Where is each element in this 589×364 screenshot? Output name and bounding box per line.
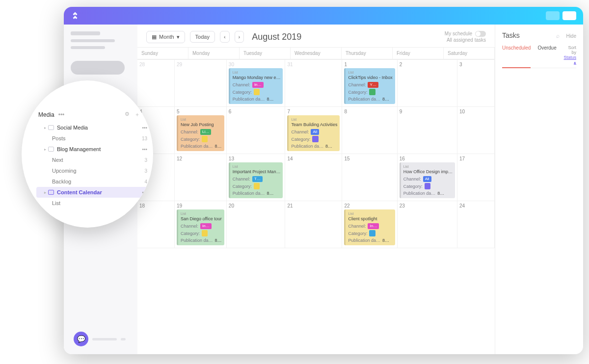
channel-chip: Y… [368,82,378,88]
item-count: 13 [142,136,147,141]
task-list-tag: List [233,164,281,169]
category-chip [254,183,260,189]
task-title: ClickTips video - Inbox [348,75,392,80]
calendar-task-card[interactable]: ListMango Monday new e…Channel:In…Catego… [229,68,283,104]
category-label: Category: [181,231,200,236]
tab-overdue[interactable]: Overdue [537,45,556,65]
day-number: 2 [400,62,455,67]
task-list-tag: List [181,211,222,216]
calendar-cell[interactable]: 22ListClient spotlightChannel:In…Categor… [342,201,397,248]
calendar-task-card[interactable]: ListImportant Project Man…Channel:T…Cate… [229,162,283,198]
plus-icon[interactable]: ＋ [134,111,140,118]
calendar-cell[interactable]: 21 [285,201,342,248]
calendar-task-card[interactable]: ListSan Diego office tourChannel:In…Cate… [177,209,224,245]
category-chip [202,136,208,142]
calendar-task-card[interactable]: ListNew Job PostingChannel:Li…Category: … [177,115,224,151]
calendar-cell[interactable]: 29 [175,60,227,107]
calendar-task-card[interactable]: ListClickTips video - InboxChannel:Y…Cat… [344,68,395,104]
calendar-cell[interactable]: 7ListTeam Building ActivitiesChannel:All… [285,107,342,154]
window-control[interactable] [546,11,560,20]
task-list-tag: List [348,70,392,75]
sidebar-folder[interactable]: ▸Blog Management••• [36,144,150,155]
calendar-cell[interactable]: 6 [227,107,286,154]
calendar-cell[interactable]: 19ListSan Diego office tourChannel:In…Ca… [175,201,227,248]
publication-label: Publication da… [181,237,213,243]
sidebar-folder[interactable]: ▸Social Media••• [36,122,150,133]
category-chip [369,230,375,236]
calendar-cell[interactable]: 1ListClickTips video - InboxChannel:Y…Ca… [342,60,397,107]
gear-icon[interactable]: ⚙ [125,111,130,118]
calendar-task-card[interactable]: ListHow Office Design imp…Channel:AllCat… [400,162,455,198]
calendar-cell[interactable]: 2 [398,60,457,107]
channel-chip: All [423,176,431,182]
next-button[interactable]: › [235,31,244,43]
publication-value: 8… [382,96,389,102]
app-logo-icon [71,11,80,20]
calendar-cell[interactable]: 10 [457,107,495,154]
calendar-task-card[interactable]: ListTeam Building ActivitiesChannel:AllC… [287,115,340,151]
hide-panel-link[interactable]: Hide [566,33,576,39]
calendar-cell[interactable]: 23 [398,201,457,248]
day-number: 12 [177,156,224,161]
calendar-cell[interactable]: 28 [137,60,175,107]
prev-button[interactable]: ‹ [220,31,230,43]
calendar-cell[interactable]: 5ListNew Job PostingChannel:Li…Category:… [175,107,227,154]
more-icon[interactable]: ••• [142,125,147,130]
calendar-day-header: Thursday [342,48,393,59]
calendar-title: August 2019 [252,32,301,42]
chevron-icon: ▸ [44,126,46,130]
calendar-cell[interactable]: 3 [457,60,495,107]
search-pill[interactable] [71,61,125,75]
sidebar-list-item[interactable]: Posts13 [36,133,150,144]
calendar-cell[interactable]: 9 [398,107,457,154]
day-number: 15 [344,156,395,161]
day-number: 13 [229,156,283,161]
sidebar-list-item[interactable]: List8 [36,198,150,208]
task-list-tag: List [348,211,392,216]
item-count: 3 [144,157,147,163]
calendar-cell[interactable]: 17 [457,154,495,201]
calendar-cell[interactable]: 18 [137,201,175,248]
day-number: 8 [344,109,395,114]
tab-unscheduled[interactable]: Unscheduled [502,45,531,68]
sidebar-list-item[interactable]: Upcoming3 [36,165,150,176]
channel-chip: In… [200,223,212,230]
publication-value: 8… [267,190,273,196]
publication-label: Publication da… [233,96,265,102]
sidebar-list-item[interactable]: Backlog4 [36,176,150,187]
publication-value: 8… [437,190,444,196]
sortby-value[interactable]: Status ▴ [563,55,576,65]
chat-fab[interactable]: 💬 [74,332,88,346]
search-icon[interactable]: ⌕ [556,32,560,39]
item-label: Posts [52,135,66,141]
channel-chip: All [311,129,319,135]
calendar-cell[interactable]: 31 [285,60,342,107]
sidebar-list-item[interactable]: Next3 [36,155,150,165]
calendar-cell[interactable]: 30ListMango Monday new e…Channel:In…Cate… [227,60,286,107]
more-icon[interactable]: ••• [58,111,65,118]
more-icon[interactable]: ••• [142,147,147,152]
channel-label: Channel: [403,176,421,182]
calendar-day-header: Wednesday [291,48,342,59]
today-button[interactable]: Today [190,31,215,43]
day-number: 31 [287,62,340,67]
calendar-cell[interactable]: 15 [342,154,397,201]
task-title: How Office Design imp… [403,169,453,175]
item-label: Backlog [52,179,71,184]
calendar-task-card[interactable]: ListClient spotlightChannel:In…Category:… [344,209,395,245]
calendar-cell[interactable]: 12 [175,154,227,201]
window-control[interactable] [562,11,576,20]
task-list-tag: List [181,117,222,122]
calendar-cell[interactable]: 14 [285,154,342,201]
view-mode-dropdown[interactable]: ▦ Month ▾ [146,31,185,43]
category-chip [369,89,375,95]
category-label: Category: [181,136,200,142]
calendar-cell[interactable]: 13ListImportant Project Man…Channel:T…Ca… [227,154,286,201]
calendar-cell[interactable]: 20 [227,201,286,248]
sidebar-folder[interactable]: ▸Content Calendar••• [36,187,150,198]
calendar-cell[interactable]: 24 [457,201,495,248]
category-label: Category: [291,136,310,142]
calendar-cell[interactable]: 16ListHow Office Design imp…Channel:AllC… [398,154,457,201]
my-schedule-toggle[interactable] [475,31,486,37]
calendar-cell[interactable]: 8 [342,107,397,154]
